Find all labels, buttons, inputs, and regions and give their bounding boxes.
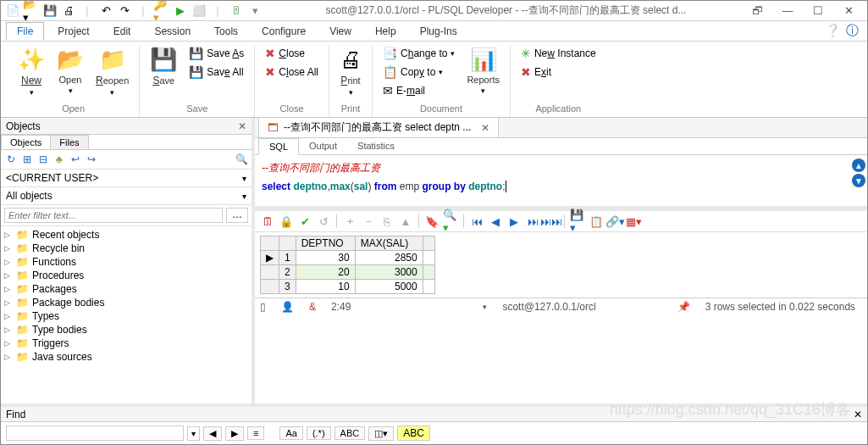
find-in-grid-icon[interactable]: 🔍▾ xyxy=(443,214,458,229)
table-row[interactable]: ▶1302850 xyxy=(261,251,435,265)
menu-edit[interactable]: Edit xyxy=(103,23,141,40)
closeall-button[interactable]: ✖Close All xyxy=(262,64,322,81)
fetch-next-icon[interactable]: 🗓 xyxy=(260,214,275,229)
fetch-all-icon[interactable]: ⏭⏭ xyxy=(544,214,559,229)
tree-item[interactable]: ▷📁Procedures xyxy=(1,269,252,282)
collapse-icon[interactable]: ⊟ xyxy=(36,153,50,166)
scroll-down-icon[interactable]: ▼ xyxy=(852,174,865,187)
newinstance-button[interactable]: ✳New Instance xyxy=(517,45,600,62)
menu-configure[interactable]: Configure xyxy=(252,23,316,40)
status-conn-dd[interactable]: ▾ xyxy=(483,303,487,311)
filter-input[interactable] xyxy=(4,208,223,223)
subtab-sql[interactable]: SQL xyxy=(258,138,299,155)
dup-row-icon[interactable]: ⎘ xyxy=(379,214,395,229)
post-icon[interactable]: ▲ xyxy=(398,214,413,229)
search-toggle-icon[interactable]: 🔍 xyxy=(235,153,248,166)
copyto-button[interactable]: 📋Copy to▾ xyxy=(379,64,458,81)
whole-word-button[interactable]: ABC xyxy=(334,426,366,440)
document-tab-close-icon[interactable]: ✕ xyxy=(481,122,489,134)
all-objects-dropdown[interactable]: All objects▾ xyxy=(1,187,252,205)
menu-file[interactable]: File xyxy=(6,22,44,40)
save-button[interactable]: 💾Save xyxy=(147,45,180,88)
qat-stop-icon[interactable]: ⬜ xyxy=(191,3,207,19)
table-row[interactable]: 2203000 xyxy=(261,265,435,280)
scroll-up-icon[interactable]: ▲ xyxy=(852,159,865,172)
saveas-button[interactable]: 💾Save As xyxy=(185,45,247,62)
tree-item[interactable]: ▷📁Recycle bin xyxy=(1,242,252,255)
qat-key-icon[interactable]: 🔑▾ xyxy=(153,3,170,19)
minimize-icon[interactable]: — xyxy=(779,3,796,19)
saveall-button[interactable]: 💾Save All xyxy=(185,64,247,81)
open-button[interactable]: 📂Open▾ xyxy=(53,45,87,97)
qat-sliders-icon[interactable]: 🎚 xyxy=(228,3,245,19)
tree-item[interactable]: ▷📁Triggers xyxy=(1,337,252,350)
regex-button[interactable]: (.*) xyxy=(307,426,331,440)
find-all-icon[interactable]: ≡ xyxy=(247,426,264,440)
lock-icon[interactable]: 🔒 xyxy=(279,214,294,229)
reopen-button[interactable]: 📁Reopen▾ xyxy=(92,45,132,98)
subtab-statistics[interactable]: Statistics xyxy=(347,138,405,154)
current-user-dropdown[interactable]: <CURRENT USER>▾ xyxy=(1,170,252,187)
qat-print-icon[interactable]: 🖨 xyxy=(60,3,77,19)
last-icon[interactable]: ⏭ xyxy=(525,214,540,229)
col-maxsal[interactable]: MAX(SAL) xyxy=(355,236,423,251)
new-button[interactable]: ✨New▾ xyxy=(14,45,48,98)
sql-editor[interactable]: --查询不同部门的最高工资 select deptno,max(sal) fro… xyxy=(255,155,850,206)
changeto-button[interactable]: 📑Change to▾ xyxy=(379,45,458,62)
first-icon[interactable]: ⏮ xyxy=(469,214,484,229)
selected-text-button[interactable]: ◫▾ xyxy=(368,426,394,441)
pin-icon[interactable]: 📌 xyxy=(677,301,690,313)
reports-button[interactable]: 📊Reports▾ xyxy=(463,45,503,97)
mark-button[interactable]: ABC xyxy=(397,426,430,441)
col-deptno[interactable]: DEPTNO xyxy=(296,236,355,251)
qat-undo-icon[interactable]: ↶ xyxy=(97,3,114,19)
case-sensitive-button[interactable]: Aa xyxy=(279,426,302,440)
expand-icon[interactable]: ⊞ xyxy=(20,153,34,166)
qat-new-icon[interactable]: 📄 xyxy=(4,3,21,19)
menu-tools[interactable]: Tools xyxy=(204,23,248,40)
menu-plugins[interactable]: Plug-Ins xyxy=(410,23,467,40)
find-dropdown-icon[interactable]: ▾ xyxy=(187,426,200,441)
nav-back-icon[interactable]: ↩ xyxy=(69,153,82,166)
qat-redo-icon[interactable]: ↷ xyxy=(116,3,133,19)
print-button[interactable]: 🖨Print▾ xyxy=(336,45,365,98)
menu-project[interactable]: Project xyxy=(47,23,99,40)
find-input[interactable] xyxy=(6,426,184,441)
export-icon[interactable]: 💾▾ xyxy=(570,214,585,229)
help-icon[interactable]: ❔ xyxy=(825,23,841,39)
result-grid[interactable]: DEPTNOMAX(SAL) ▶130285022030003105000 xyxy=(260,236,435,294)
next-icon[interactable]: ▶ xyxy=(506,214,522,229)
tree-item[interactable]: ▷📁Type bodies xyxy=(1,323,252,337)
menu-view[interactable]: View xyxy=(319,23,362,40)
filter-more-button[interactable]: … xyxy=(226,208,248,223)
nav-fwd-icon[interactable]: ↪ xyxy=(85,153,98,166)
tree-item[interactable]: ▷📁Recent objects xyxy=(1,228,252,242)
maximize-icon[interactable]: ☐ xyxy=(810,3,827,19)
tree-icon[interactable]: ♣ xyxy=(53,153,66,166)
delete-row-icon[interactable]: － xyxy=(361,214,376,229)
panel-close-icon[interactable]: ✕ xyxy=(238,120,246,132)
close-icon[interactable]: ✕ xyxy=(840,3,857,19)
close-button[interactable]: ✖Close xyxy=(262,45,322,62)
rollback-icon[interactable]: ↺ xyxy=(316,214,331,229)
info-icon[interactable]: ⓘ xyxy=(846,23,859,39)
linked-icon[interactable]: 🔗▾ xyxy=(607,214,622,229)
refresh-icon[interactable]: ↻ xyxy=(4,153,18,166)
tab-objects[interactable]: Objects xyxy=(1,135,51,149)
find-prev-icon[interactable]: ◀ xyxy=(203,426,222,441)
tab-files[interactable]: Files xyxy=(50,135,88,149)
prev-icon[interactable]: ◀ xyxy=(488,214,503,229)
subtab-output[interactable]: Output xyxy=(299,138,347,154)
email-button[interactable]: ✉E-mail xyxy=(379,82,458,99)
find-next-icon[interactable]: ▶ xyxy=(225,426,244,441)
tree-item[interactable]: ▷📁Packages xyxy=(1,282,252,296)
qat-open-icon[interactable]: 📂▾ xyxy=(23,3,40,19)
object-tree[interactable]: ▷📁Recent objects▷📁Recycle bin▷📁Functions… xyxy=(1,226,252,403)
menu-help[interactable]: Help xyxy=(365,23,406,40)
bookmark-icon[interactable]: 🔖 xyxy=(424,214,440,229)
commit-icon[interactable]: ✔ xyxy=(297,214,312,229)
document-tab[interactable]: 🗔 --查询不同部门的最高工资 select deptn ... ✕ xyxy=(258,117,499,137)
tree-item[interactable]: ▷📁Java sources xyxy=(1,350,252,364)
child-restore-icon[interactable]: 🗗 xyxy=(749,3,766,19)
tree-item[interactable]: ▷📁Types xyxy=(1,309,252,323)
